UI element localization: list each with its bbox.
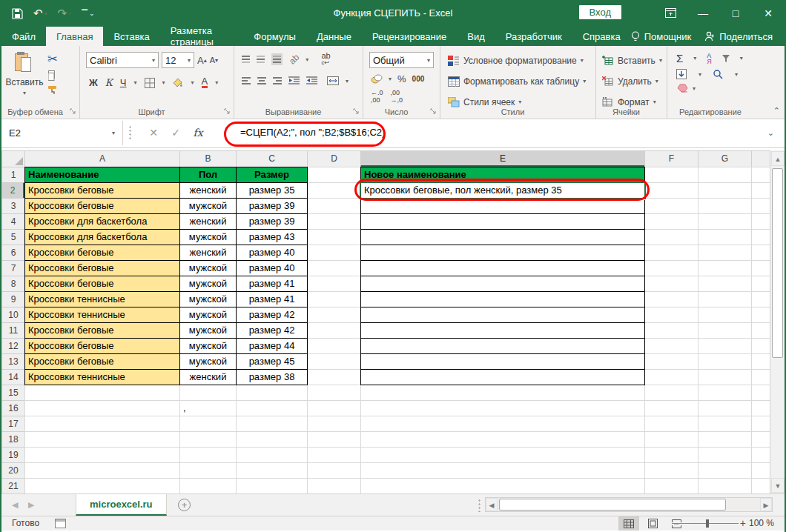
cell-F8[interactable] <box>644 276 699 292</box>
cell-B8[interactable]: мужской <box>179 276 237 292</box>
cell-B14[interactable]: женский <box>179 369 237 385</box>
cell-F19[interactable] <box>644 447 699 463</box>
cell-E11[interactable] <box>360 322 645 339</box>
cell-F2[interactable] <box>644 182 699 199</box>
cell-B16[interactable]: , <box>179 400 237 416</box>
cell-G19[interactable] <box>698 447 752 463</box>
cell-G16[interactable] <box>698 400 752 416</box>
zoom-slider-thumb[interactable] <box>706 519 709 528</box>
cell-B4[interactable]: женский <box>179 213 237 230</box>
cell-B11[interactable]: мужской <box>179 322 237 339</box>
cell-G14[interactable] <box>698 369 752 385</box>
fill-color-icon[interactable] <box>173 78 184 88</box>
row-header-6[interactable]: 6 <box>1 245 25 261</box>
cell-C21[interactable] <box>236 478 308 493</box>
align-top-icon[interactable] <box>242 54 250 64</box>
tab-file[interactable]: Файл <box>1 27 46 46</box>
decrease-decimal-icon[interactable]: ,00→,0 <box>391 89 403 104</box>
add-sheet-icon[interactable]: + <box>178 499 191 511</box>
column-header-D[interactable]: D <box>307 150 361 167</box>
scroll-right-icon[interactable]: ▶ <box>760 498 772 511</box>
row-header-21[interactable]: 21 <box>1 478 25 493</box>
name-box[interactable]: E2▾ <box>1 121 123 145</box>
scroll-down-icon[interactable]: ▼ <box>771 478 785 493</box>
insert-cells-button[interactable]: Вставить▾ <box>602 53 667 68</box>
cell-E13[interactable] <box>360 353 645 370</box>
cell-A16[interactable] <box>24 400 180 416</box>
clear-icon[interactable] <box>676 84 688 93</box>
cell-D13[interactable] <box>307 353 361 370</box>
sheet-tab-active[interactable]: microexcel.ru <box>76 494 167 516</box>
cell-D14[interactable] <box>307 369 361 385</box>
cancel-entry-icon[interactable]: ✕ <box>144 119 163 146</box>
cell-A13[interactable]: Кроссовки беговые <box>24 353 180 370</box>
cell-A17[interactable] <box>24 416 180 432</box>
name-box-dropdown-icon[interactable]: ▾ <box>112 121 115 145</box>
copy-icon[interactable] <box>47 70 58 81</box>
cell-C13[interactable]: размер 45 <box>236 353 308 370</box>
tab-4[interactable]: Формулы <box>243 27 306 46</box>
cell-F9[interactable] <box>644 291 699 307</box>
zoom-slider-track[interactable] <box>672 523 739 524</box>
borders-icon[interactable] <box>145 78 155 88</box>
row-header-17[interactable]: 17 <box>1 416 25 432</box>
cell-F18[interactable] <box>644 431 699 448</box>
comma-style-button[interactable]: 000 <box>412 75 425 83</box>
horizontal-scrollbar[interactable]: ◀ ▶ <box>485 497 773 512</box>
cell-G15[interactable] <box>698 385 752 401</box>
delete-cells-button[interactable]: Удалить▾ <box>602 73 667 89</box>
row-header-9[interactable]: 9 <box>1 291 25 307</box>
cell-A19[interactable] <box>24 447 180 463</box>
number-format-select[interactable]: Общий▾ <box>369 52 434 68</box>
row-header-20[interactable]: 20 <box>1 462 25 479</box>
sign-in-button[interactable]: Вход <box>579 5 621 19</box>
tab-1[interactable]: Главная <box>46 27 103 46</box>
cell-B17[interactable] <box>179 416 237 432</box>
cell-A12[interactable]: Кроссовки беговые <box>24 338 180 354</box>
cell-D6[interactable] <box>307 245 361 261</box>
cell-E12[interactable] <box>360 338 645 354</box>
wrap-text-icon[interactable]: abc↩ <box>321 53 330 66</box>
alignment-dialog-launcher-icon[interactable] <box>353 108 360 116</box>
row-header-7[interactable]: 7 <box>1 260 25 276</box>
cell-E10[interactable] <box>360 307 645 323</box>
minimize-button[interactable]: — <box>687 0 719 27</box>
cell-B20[interactable] <box>179 462 237 479</box>
ribbon-display-options-icon[interactable] <box>654 0 687 27</box>
tab-7[interactable]: Вид <box>457 27 495 46</box>
cell-B21[interactable] <box>179 478 237 493</box>
cell-C8[interactable]: размер 41 <box>236 276 308 292</box>
cell-B19[interactable] <box>179 447 237 463</box>
cell-B15[interactable] <box>179 385 237 401</box>
align-center-icon[interactable] <box>257 76 266 86</box>
cell-C18[interactable] <box>236 431 308 448</box>
cell-C12[interactable]: размер 44 <box>236 338 308 354</box>
cell-G3[interactable] <box>698 198 752 214</box>
cell-F4[interactable] <box>644 213 699 230</box>
cell-E17[interactable] <box>360 416 645 432</box>
cell-C3[interactable]: размер 39 <box>236 198 308 214</box>
cell-D8[interactable] <box>307 276 361 292</box>
zoom-level-label[interactable]: 100 % <box>749 516 774 531</box>
cell-E19[interactable] <box>360 447 645 463</box>
cell-C2[interactable]: размер 35 <box>236 182 308 199</box>
cell-A7[interactable]: Кроссовки беговые <box>24 260 180 276</box>
cell-F12[interactable] <box>644 338 699 354</box>
cell-C7[interactable]: размер 40 <box>236 260 308 276</box>
row-header-4[interactable]: 4 <box>1 213 25 230</box>
format-painter-icon[interactable] <box>47 85 58 95</box>
cell-G4[interactable] <box>698 213 752 230</box>
align-left-icon[interactable] <box>242 76 251 86</box>
cell-B7[interactable]: мужской <box>179 260 237 276</box>
normal-view-button[interactable] <box>618 516 639 531</box>
cell-G9[interactable] <box>698 291 752 307</box>
cell-E20[interactable] <box>360 462 645 479</box>
cell-F21[interactable] <box>644 478 699 493</box>
column-header-F[interactable]: F <box>644 150 699 167</box>
cell-F10[interactable] <box>644 307 699 323</box>
cell-B10[interactable]: мужской <box>179 307 237 323</box>
cell-A21[interactable] <box>24 478 180 493</box>
row-header-10[interactable]: 10 <box>1 307 25 323</box>
percent-style-button[interactable]: % <box>397 73 406 84</box>
cell-A6[interactable]: Кроссовки беговые <box>24 245 180 261</box>
